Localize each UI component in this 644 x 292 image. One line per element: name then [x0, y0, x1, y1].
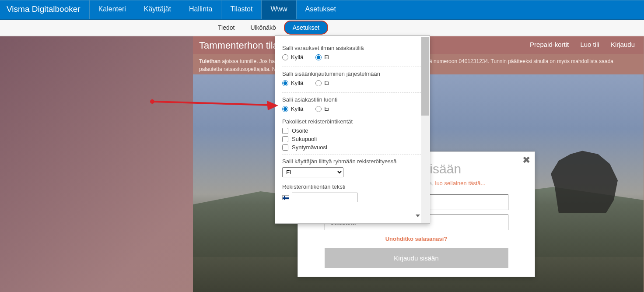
radio-s3-no[interactable]: Ei [315, 106, 329, 112]
label-allow-login: Salli sisäänkirjautuminen järjestelmään [282, 70, 421, 77]
radio-s1-yes[interactable]: Kyllä [282, 54, 303, 60]
forgot-password-link[interactable]: Unohditko salasanasi? [310, 236, 522, 242]
label-registration-text: Rekisteröintikentän teksti [282, 183, 421, 190]
radio-s2-no[interactable]: Ei [315, 80, 329, 86]
sub-nav: Tiedot Ulkönäkö Asetukset [0, 20, 644, 35]
nav-kalenteri[interactable]: Kalenteri [89, 0, 135, 19]
chk-syntyma[interactable] [282, 144, 288, 151]
nav-www[interactable]: Www [261, 0, 296, 19]
label-allow-booking-no-account: Salli varaukset ilman asiakastiliä [282, 45, 421, 51]
chk-osoite[interactable] [282, 128, 288, 134]
notice-strong: Tulethan [199, 58, 220, 64]
radio-s3-yes[interactable]: Kyllä [282, 106, 303, 112]
link-prepaid[interactable]: Prepaid-kortit [530, 41, 569, 48]
subnav-tiedot[interactable]: Tiedot [210, 21, 242, 34]
brand-label: Visma Digitalbooker [0, 0, 89, 19]
chk-osoite-label: Osoite [292, 127, 308, 134]
flag-fi-icon [282, 195, 289, 200]
nav-kayttajat[interactable]: Käyttäjät [135, 0, 180, 19]
scrollbar-thumb[interactable] [421, 37, 429, 116]
create-account-link[interactable]: luo sellainen tästä... [435, 180, 486, 186]
preview-links: Prepaid-kortit Luo tili Kirjaudu [520, 41, 635, 48]
label-allow-create-account: Salli asiakastilin luonti [282, 96, 421, 103]
subnav-ulkonako[interactable]: Ulkönäkö [242, 21, 284, 34]
link-kirjaudu[interactable]: Kirjaudu [611, 41, 635, 48]
preview-title-text: Tammenterhon tila [199, 40, 278, 51]
registration-text-input[interactable] [292, 193, 357, 202]
login-button[interactable]: Kirjaudu sisään [325, 248, 508, 268]
settings-dropdown-panel: Salli varaukset ilman asiakastiliä Kyllä… [275, 35, 430, 224]
chk-sukupuoli[interactable] [282, 136, 288, 142]
nav-asetukset[interactable]: Asetukset [296, 0, 345, 19]
radio-s1-no[interactable]: Ei [315, 54, 329, 60]
radio-s2-yes[interactable]: Kyllä [282, 80, 303, 86]
chk-syntyma-label: Syntymävuosi [292, 144, 327, 151]
link-luotili[interactable]: Luo tili [580, 41, 599, 48]
dropdown-arrow-icon[interactable] [416, 215, 420, 217]
label-mandatory-fields: Pakolliset rekisteröintikentät [282, 118, 421, 125]
nav-tilastot[interactable]: Tilastot [221, 0, 261, 19]
close-icon[interactable]: ✖ [522, 155, 530, 166]
top-nav: Visma Digitalbooker Kalenteri Käyttäjät … [0, 0, 644, 20]
label-join-group: Salli käyttäjän liittyä ryhmään rekister… [282, 158, 421, 165]
nav-hallinta[interactable]: Hallinta [180, 0, 221, 19]
chk-sukupuoli-label: Sukupuoli [292, 136, 317, 142]
subnav-asetukset[interactable]: Asetukset [284, 21, 328, 35]
select-join-group[interactable]: Ei [282, 167, 343, 177]
